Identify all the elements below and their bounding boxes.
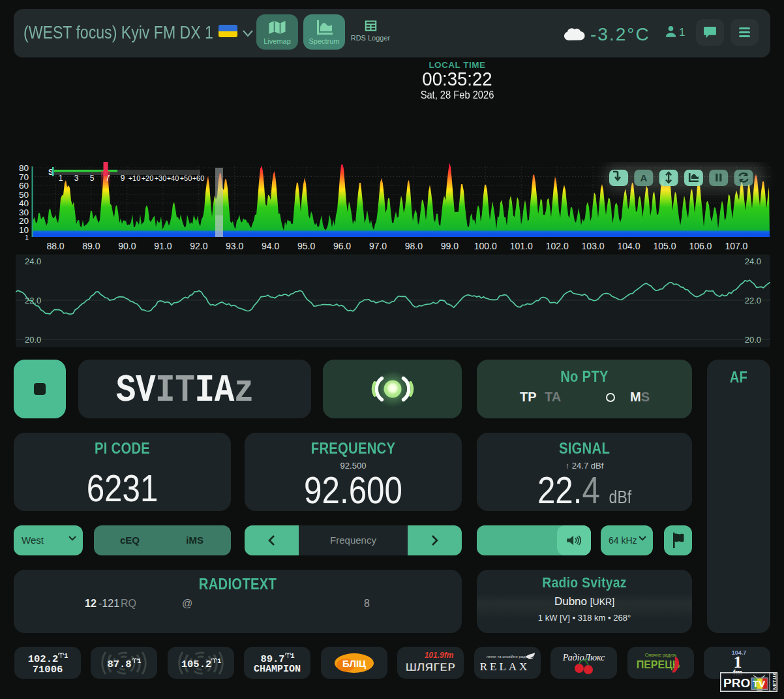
svg-text:1: 1	[59, 174, 63, 183]
svg-text:+20: +20	[142, 174, 154, 182]
svg-text:95.0: 95.0	[297, 241, 315, 251]
svg-text:104.0: 104.0	[617, 241, 640, 251]
svg-text:22.0: 22.0	[25, 296, 41, 305]
svg-text:A: A	[640, 172, 647, 183]
svg-text:99.0: 99.0	[441, 241, 459, 251]
svg-text:1: 1	[25, 234, 29, 241]
svg-text:24.0: 24.0	[745, 256, 761, 266]
svg-text:91.0: 91.0	[154, 241, 172, 251]
svg-text:9: 9	[121, 174, 125, 183]
svg-text:96.0: 96.0	[333, 241, 351, 251]
svg-text:22.0: 22.0	[745, 296, 761, 305]
svg-text:+40: +40	[167, 174, 179, 182]
svg-text:+60: +60	[192, 174, 205, 182]
svg-text:105.0: 105.0	[653, 241, 676, 251]
svg-text:+50: +50	[180, 174, 192, 182]
svg-text:БЛІЦ: БЛІЦ	[342, 658, 366, 669]
svg-text:103.0: 103.0	[582, 241, 605, 251]
svg-text:+10: +10	[128, 174, 141, 182]
svg-text:20.0: 20.0	[745, 335, 761, 345]
svg-text:100.0: 100.0	[474, 241, 497, 251]
svg-text:24.0: 24.0	[25, 256, 41, 266]
svg-text:легке та спокійне радіо: легке та спокійне радіо	[487, 655, 529, 659]
svg-text:90.0: 90.0	[118, 241, 136, 251]
svg-text:РадіоЛюкс: РадіоЛюкс	[562, 653, 605, 662]
svg-text:101.0: 101.0	[510, 241, 533, 251]
svg-text:107.0: 107.0	[725, 241, 747, 251]
svg-text:ПЕРЕЦЬ: ПЕРЕЦЬ	[637, 659, 680, 670]
svg-text:92.0: 92.0	[190, 241, 207, 251]
svg-text:+30: +30	[155, 174, 167, 182]
svg-text:RELAX: RELAX	[480, 660, 530, 673]
svg-text:88.0: 88.0	[46, 241, 64, 251]
svg-text:102.0: 102.0	[546, 241, 569, 251]
svg-text:94.0: 94.0	[262, 241, 279, 251]
svg-text:Смачне радіо: Смачне радіо	[645, 653, 674, 658]
svg-text:3: 3	[74, 174, 79, 183]
svg-text:101.9fm: 101.9fm	[425, 651, 454, 660]
svg-text:93.0: 93.0	[226, 241, 243, 251]
svg-text:106.0: 106.0	[689, 241, 712, 251]
svg-text:TV: TV	[753, 678, 765, 689]
svg-text:89.0: 89.0	[82, 241, 100, 251]
svg-text:NET.UA: NET.UA	[772, 672, 777, 690]
svg-text:98.0: 98.0	[405, 241, 423, 251]
svg-text:5: 5	[90, 174, 95, 183]
svg-text:PRO: PRO	[723, 676, 750, 690]
svg-text:20.0: 20.0	[25, 335, 41, 345]
svg-text:ШЛЯГЕР: ШЛЯГЕР	[406, 661, 456, 674]
svg-text:97.0: 97.0	[369, 241, 387, 251]
